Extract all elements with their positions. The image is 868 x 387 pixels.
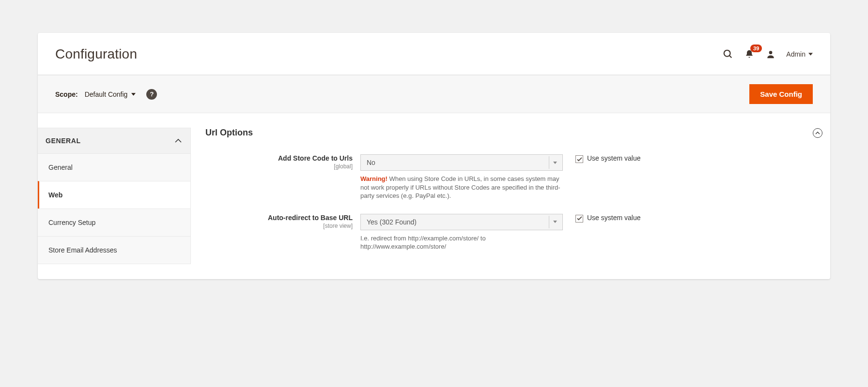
notification-badge: 39	[750, 45, 762, 52]
nav-group-label: GENERAL	[46, 137, 81, 145]
use-system-value-checkbox[interactable]	[575, 155, 583, 163]
system-value-col: Use system value	[563, 214, 640, 230]
nav-group-general[interactable]: GENERAL	[38, 128, 190, 153]
svg-point-2	[769, 51, 773, 54]
sidebar-item-label: Currency Setup	[48, 219, 95, 226]
help-icon[interactable]: ?	[146, 89, 157, 100]
select-value: Yes (302 Found)	[367, 218, 417, 226]
page-title: Configuration	[55, 46, 137, 62]
scope-label: Scope:	[55, 90, 78, 98]
use-system-value-checkbox[interactable]	[575, 215, 583, 223]
system-value-col: Use system value	[563, 154, 640, 171]
svg-line-1	[729, 56, 732, 58]
chevron-up-icon	[175, 139, 182, 143]
scope-selector[interactable]: Default Config	[85, 90, 136, 98]
scope-value: Default Config	[85, 90, 128, 98]
main-content: Url Options Add Store Code to Urls [glob…	[191, 128, 822, 279]
field-label: Auto-redirect to Base URL	[205, 214, 353, 222]
field-label-col: Auto-redirect to Base URL [store view]	[205, 214, 360, 251]
admin-label: Admin	[786, 50, 806, 58]
sidebar-item-label: General	[48, 164, 73, 171]
config-panel: Configuration 39 Admin Scope: Default Co…	[38, 33, 830, 279]
auto-redirect-select[interactable]: Yes (302 Found)	[360, 214, 563, 230]
section-header: Url Options	[205, 128, 822, 154]
svg-point-0	[724, 50, 730, 57]
field-label: Add Store Code to Urls	[205, 154, 353, 162]
scope-bar: Scope: Default Config ? Save Config	[38, 75, 830, 113]
chevron-down-icon	[549, 216, 560, 228]
sidebar-item-currency[interactable]: Currency Setup	[38, 208, 190, 236]
field-row-auto-redirect: Auto-redirect to Base URL [store view] Y…	[205, 214, 822, 251]
notifications-icon[interactable]: 39	[742, 46, 757, 62]
warning-prefix: Warning!	[360, 175, 388, 182]
sidebar-item-web[interactable]: Web	[38, 181, 190, 208]
sidebar-item-label: Web	[48, 191, 62, 199]
save-config-button[interactable]: Save Config	[749, 84, 813, 104]
chevron-down-icon	[131, 93, 136, 96]
section-title: Url Options	[205, 128, 253, 138]
field-scope: [store view]	[205, 223, 353, 229]
store-code-select[interactable]: No	[360, 154, 563, 171]
field-scope: [global]	[205, 163, 353, 170]
config-sidebar: GENERAL General Web Currency Setup Store…	[38, 128, 191, 279]
field-note: I.e. redirect from http://example.com/st…	[360, 234, 563, 251]
collapse-section-icon[interactable]	[813, 128, 822, 138]
field-value-col: No Warning! When using Store Code in URL…	[360, 154, 563, 200]
sidebar-item-store-email[interactable]: Store Email Addresses	[38, 236, 190, 264]
chevron-down-icon	[549, 156, 560, 169]
note-text: When using Store Code in URLs, in some c…	[360, 175, 560, 199]
select-value: No	[367, 159, 375, 166]
page-header: Configuration 39 Admin	[38, 33, 830, 74]
admin-menu[interactable]: Admin	[786, 50, 813, 58]
field-row-store-code: Add Store Code to Urls [global] No Warni…	[205, 154, 822, 200]
sidebar-item-label: Store Email Addresses	[48, 246, 117, 254]
content-area: GENERAL General Web Currency Setup Store…	[38, 113, 830, 279]
sidebar-item-general[interactable]: General	[38, 153, 190, 181]
field-value-col: Yes (302 Found) I.e. redirect from http:…	[360, 214, 563, 251]
search-icon[interactable]	[720, 46, 736, 62]
nav-group: GENERAL General Web Currency Setup Store…	[38, 128, 191, 264]
field-label-col: Add Store Code to Urls [global]	[205, 154, 360, 200]
field-note: Warning! When using Store Code in URLs, …	[360, 175, 563, 200]
checkbox-label: Use system value	[587, 154, 640, 162]
chevron-down-icon	[808, 53, 813, 56]
checkbox-label: Use system value	[587, 214, 640, 222]
user-icon[interactable]	[763, 46, 778, 62]
